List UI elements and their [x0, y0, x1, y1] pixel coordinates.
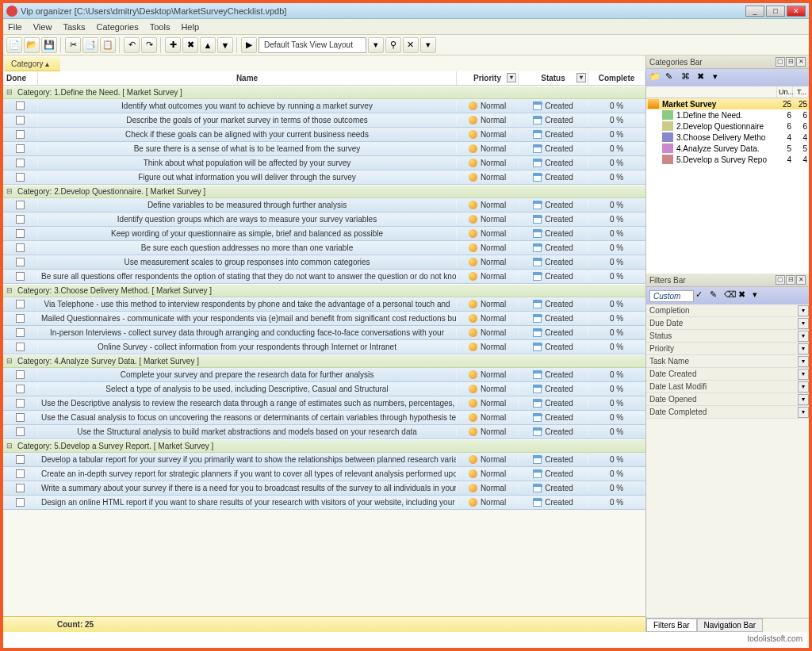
- task-row[interactable]: Mailed Questionnaires - communicate with…: [3, 312, 645, 326]
- close-button[interactable]: ✕: [787, 6, 806, 17]
- category-tree-item[interactable]: Market Survey2525: [646, 98, 809, 109]
- categories-tree[interactable]: Un...T... Market Survey25251.Define the …: [646, 86, 809, 274]
- filter-edit-icon[interactable]: ✎: [710, 289, 722, 302]
- tb-down[interactable]: ▼: [217, 37, 233, 53]
- category-tree-item[interactable]: 4.Analyze Survey Data.55: [646, 143, 809, 154]
- menu-file[interactable]: File: [8, 22, 22, 32]
- tb-save[interactable]: 💾: [41, 37, 57, 53]
- filter-row[interactable]: Date Created▾: [646, 368, 809, 381]
- done-checkbox[interactable]: [16, 258, 25, 266]
- tb-more[interactable]: ▾: [420, 37, 436, 53]
- done-checkbox[interactable]: [16, 328, 25, 337]
- tb-open[interactable]: 📂: [24, 37, 40, 53]
- task-row[interactable]: Select a type of analysis to be used, in…: [3, 382, 645, 396]
- done-checkbox[interactable]: [16, 173, 25, 182]
- fbar-pin-icon[interactable]: ⊟: [786, 275, 795, 285]
- done-checkbox[interactable]: [16, 243, 25, 252]
- tb-copy[interactable]: 📑: [82, 37, 98, 53]
- task-row[interactable]: Be sure there is a sense of what is to b…: [3, 142, 645, 156]
- cat-dd-icon[interactable]: ▾: [713, 71, 726, 84]
- fbar-close-icon[interactable]: ✕: [796, 275, 806, 285]
- task-row[interactable]: Identify question groups which are ways …: [3, 213, 645, 227]
- tb-cut[interactable]: ✂: [65, 37, 81, 53]
- tab-filters-bar[interactable]: Filters Bar: [646, 618, 697, 632]
- category-tree-item[interactable]: 1.Define the Need.66: [646, 109, 809, 121]
- filter-dropdown-icon[interactable]: ▾: [798, 343, 809, 354]
- done-checkbox[interactable]: [16, 272, 25, 281]
- done-checkbox[interactable]: [16, 370, 25, 379]
- task-row[interactable]: Identify what outcomes you want to achie…: [3, 99, 645, 113]
- done-checkbox[interactable]: [16, 159, 25, 167]
- task-row[interactable]: Be sure each question addresses no more …: [3, 241, 645, 255]
- task-row[interactable]: Use the Casual analysis to focus on unco…: [3, 411, 645, 425]
- tb-del[interactable]: ✖: [182, 37, 198, 53]
- tb-new[interactable]: 📄: [6, 37, 22, 53]
- filter-row[interactable]: Date Opened▾: [646, 393, 809, 406]
- task-list[interactable]: Category: 1.Define the Need. [ Market Su…: [3, 86, 645, 616]
- category-tab[interactable]: Category ▴: [5, 57, 60, 71]
- filter-dropdown-icon[interactable]: ▾: [798, 305, 809, 316]
- done-checkbox[interactable]: [16, 300, 25, 308]
- filter-del-icon[interactable]: ✖: [738, 289, 751, 302]
- done-checkbox[interactable]: [16, 229, 25, 238]
- done-checkbox[interactable]: [16, 469, 25, 478]
- done-checkbox[interactable]: [16, 484, 25, 492]
- layout-select[interactable]: Default Task View Layout: [259, 37, 366, 53]
- cat-link-icon[interactable]: ⌘: [681, 71, 694, 84]
- filter-dropdown-icon[interactable]: ▾: [798, 356, 809, 367]
- category-tree-item[interactable]: 5.Develop a Survey Repo44: [646, 154, 809, 165]
- col-status[interactable]: Status▾: [519, 71, 588, 85]
- filter-dropdown-icon[interactable]: ▾: [798, 318, 809, 329]
- tb-paste[interactable]: 📋: [100, 37, 116, 53]
- tb-x[interactable]: ✕: [403, 37, 419, 53]
- task-row[interactable]: Design an online HTML report if you want…: [3, 496, 645, 510]
- catbar-close-icon[interactable]: ✕: [796, 57, 806, 67]
- filter-dropdown-icon[interactable]: ▾: [798, 331, 809, 342]
- task-row[interactable]: In-person Interviews - collect survey da…: [3, 326, 645, 340]
- filter-row[interactable]: Date Last Modifi▾: [646, 381, 809, 393]
- done-checkbox[interactable]: [16, 399, 25, 408]
- tb-redo[interactable]: ↷: [141, 37, 157, 53]
- task-row[interactable]: Use measurement scales to group response…: [3, 255, 645, 270]
- done-checkbox[interactable]: [16, 385, 25, 393]
- filter-dropdown-icon[interactable]: ▾: [798, 407, 809, 418]
- tab-navigation-bar[interactable]: Navigation Bar: [697, 618, 764, 632]
- task-row[interactable]: Be sure all questions offer respondents …: [3, 270, 645, 284]
- category-tree-item[interactable]: 2.Develop Questionnaire66: [646, 121, 809, 132]
- col-done[interactable]: Done: [3, 71, 38, 85]
- task-row[interactable]: Online Survey - collect information from…: [3, 340, 645, 354]
- task-row[interactable]: Keep wording of your questionnaire as si…: [3, 227, 645, 241]
- category-header[interactable]: Category: 4.Analyze Survey Data. [ Marke…: [3, 354, 645, 368]
- task-row[interactable]: Via Telephone - use this method to inter…: [3, 297, 645, 312]
- task-row[interactable]: Write a summary about your survey if the…: [3, 481, 645, 496]
- menu-categories[interactable]: Categories: [97, 22, 139, 32]
- task-row[interactable]: Describe the goals of your market survey…: [3, 113, 645, 128]
- task-row[interactable]: Define variables to be measured through …: [3, 198, 645, 213]
- col-priority[interactable]: Priority▾: [457, 71, 519, 85]
- fbar-btn1[interactable]: ▢: [776, 275, 785, 285]
- tb-up[interactable]: ▲: [200, 37, 216, 53]
- filter-row[interactable]: Task Name▾: [646, 355, 809, 368]
- done-checkbox[interactable]: [16, 201, 25, 209]
- menu-tasks[interactable]: Tasks: [63, 22, 85, 32]
- minimize-button[interactable]: _: [745, 6, 764, 17]
- filter-clear-icon[interactable]: ⌫: [724, 289, 737, 302]
- tb-layoutdd[interactable]: ▾: [368, 37, 384, 53]
- filter-row[interactable]: Due Date▾: [646, 317, 809, 330]
- task-row[interactable]: Check if these goals can be aligned with…: [3, 128, 645, 142]
- task-row[interactable]: Use the Descriptive analysis to review t…: [3, 396, 645, 411]
- filter-custom[interactable]: Custom: [649, 290, 694, 302]
- task-row[interactable]: Figure out what information you will del…: [3, 170, 645, 185]
- col-name[interactable]: Name: [38, 71, 457, 85]
- done-checkbox[interactable]: [16, 101, 25, 110]
- done-checkbox[interactable]: [16, 427, 25, 436]
- col-complete[interactable]: Complete: [588, 71, 645, 85]
- done-checkbox[interactable]: [16, 498, 25, 507]
- menu-help[interactable]: Help: [181, 22, 199, 32]
- done-checkbox[interactable]: [16, 343, 25, 351]
- filter-row[interactable]: Priority▾: [646, 343, 809, 355]
- tb-undo[interactable]: ↶: [124, 37, 140, 53]
- menu-tools[interactable]: Tools: [150, 22, 170, 32]
- category-header[interactable]: Category: 2.Develop Questionnaire. [ Mar…: [3, 185, 645, 198]
- category-tree-item[interactable]: 3.Choose Delivery Metho44: [646, 132, 809, 143]
